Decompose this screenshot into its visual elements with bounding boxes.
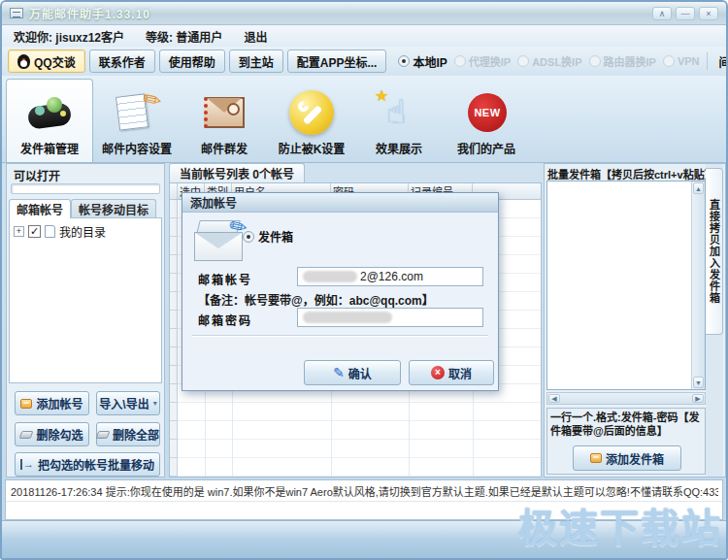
- horizontal-scrollbar[interactable]: ◀ ▶: [546, 392, 706, 405]
- delete-checked-button[interactable]: 删除勾选: [15, 422, 89, 446]
- tab-move-target[interactable]: 帐号移动目标: [71, 199, 156, 218]
- pen-icon: ✎: [333, 365, 345, 380]
- account-note: 【备注：帐号要带@，例如：abc@qq.com】: [198, 291, 434, 308]
- vertical-scrollbar[interactable]: ▲ ▼: [691, 181, 705, 389]
- eraser-icon: [96, 431, 111, 439]
- interval-label: 间隔次数: [719, 53, 728, 70]
- open-field[interactable]: [11, 183, 160, 194]
- left-tabs: 邮箱帐号 帐号移动目标: [9, 199, 162, 218]
- nav-tab-our-products[interactable]: NEW 我们的产品: [443, 79, 530, 162]
- nav-tab-outbox-manage[interactable]: 发件箱管理: [6, 79, 93, 162]
- nav-tab-effect-show[interactable]: ★ ☝ 效果展示: [355, 79, 443, 162]
- close-button[interactable]: ×: [699, 7, 718, 20]
- batch-move-button[interactable]: → 把勾选的帐号批量移动: [15, 452, 160, 477]
- minimize-button[interactable]: —: [676, 7, 695, 20]
- radio-dot: [517, 55, 529, 67]
- tree-checkbox[interactable]: ✓: [28, 225, 41, 238]
- right-panel: 批量发件箱【拷贝后按ctrl+v粘贴】 ▲ ▼ ◀ ▶ 一行一个.格式:发件箱-…: [544, 163, 726, 478]
- tree-item-label: 我的目录: [59, 223, 106, 240]
- add-account-button[interactable]: 添加帐号: [15, 391, 89, 415]
- nav-label: 我们的产品: [457, 140, 515, 156]
- add-icon: [590, 453, 602, 463]
- add-icon: [20, 399, 32, 409]
- action-bar: QQ交谈 联系作者 使用帮助 到主站 配置APP坐标... 本地IP 代理换IP…: [2, 47, 726, 76]
- row-header-col: [170, 183, 178, 199]
- nav-tab-anti-block[interactable]: 防止被K设置: [268, 79, 355, 162]
- radio-adsl-ip: ADSL换IP: [517, 53, 581, 69]
- new-badge-icon: NEW: [460, 90, 513, 135]
- scroll-down-icon[interactable]: ▼: [693, 377, 704, 388]
- radio-dot: [398, 55, 410, 67]
- main-site-button[interactable]: 到主站: [229, 49, 283, 73]
- radio-dot: [454, 55, 466, 67]
- radio-local-ip[interactable]: 本地IP: [398, 53, 447, 70]
- redacted-text: [303, 312, 392, 323]
- help-button[interactable]: 使用帮助: [159, 49, 225, 73]
- radio-dot: [589, 55, 601, 67]
- format-hint: 一行一个.格式:发件箱-密码【发件箱要带@后面的信息】: [550, 411, 703, 439]
- qq-penguin-icon: [17, 54, 30, 69]
- tab-mail-accounts[interactable]: 邮箱帐号: [9, 199, 71, 218]
- radio-dot: [663, 55, 675, 67]
- pointing-hand-icon: ☝: [386, 92, 407, 131]
- add-outbox-button[interactable]: 添加发件箱: [573, 445, 681, 471]
- mail-send-icon: [198, 90, 250, 135]
- scroll-right-icon[interactable]: ▶: [692, 394, 704, 403]
- radio-router-ip: 路由器换IP: [589, 53, 656, 69]
- main-nav: 发件箱管理 ✏ 邮件内容设置 邮件群发 防止被K设置 ★ ☝: [2, 76, 726, 163]
- dialog-divider: [192, 335, 488, 337]
- outbox-radio[interactable]: 发件箱: [243, 228, 293, 245]
- radio-proxy-ip: 代理换IP: [454, 53, 511, 69]
- account-label: 邮箱帐号: [198, 271, 252, 287]
- ip-mode-group: 本地IP 代理换IP ADSL换IP 路由器换IP VPN: [398, 53, 699, 70]
- nav-label: 防止被K设置: [279, 140, 346, 156]
- nav-label: 发件箱管理: [20, 140, 79, 156]
- mail-content-icon: ✏: [111, 90, 163, 135]
- window-title: 万能邮件助手1.33.10: [29, 5, 150, 21]
- tree-expander-icon[interactable]: +: [14, 226, 24, 237]
- row-header-strip: [170, 200, 178, 477]
- window-menu-icon[interactable]: [10, 8, 23, 18]
- interval-group: 间隔次数 5 ▲ ▼ 配置...: [700, 49, 728, 73]
- envelope-pencil-icon: ✏: [194, 220, 243, 261]
- titlebar: 万能邮件助手1.33.10 ∧ — ×: [2, 2, 726, 25]
- nav-tab-mail-content[interactable]: ✏ 邮件内容设置: [93, 79, 181, 162]
- dialog-title[interactable]: 添加帐号: [182, 193, 498, 213]
- nav-label: 邮件群发: [201, 140, 248, 156]
- rollup-button[interactable]: ∧: [652, 7, 672, 20]
- nav-tab-mail-send[interactable]: 邮件群发: [181, 79, 268, 162]
- watermark: 极速下载站: [518, 497, 722, 553]
- app-coord-button[interactable]: 配置APP坐标...: [287, 49, 387, 73]
- qq-chat-label: QQ交谈: [34, 53, 76, 70]
- wrench-icon: [285, 90, 338, 135]
- logout-link[interactable]: 退出: [244, 28, 267, 45]
- welcome-text: 欢迎你: jisuxz12客户: [14, 28, 124, 45]
- direct-copy-tab[interactable]: 直接拷贝加入发件箱: [706, 168, 723, 335]
- tree-item-my-directory[interactable]: + ✓ 我的目录: [14, 223, 157, 240]
- delete-all-button[interactable]: 删除全部: [96, 422, 160, 446]
- password-input[interactable]: [297, 308, 483, 327]
- qq-chat-button[interactable]: QQ交谈: [8, 49, 85, 73]
- contact-author-button[interactable]: 联系作者: [89, 49, 155, 73]
- account-input[interactable]: 2@126.com: [297, 267, 483, 286]
- app-window: 万能邮件助手1.33.10 ∧ — × 欢迎你: jisuxz12客户 等级: …: [0, 0, 728, 560]
- batch-outbox-textarea[interactable]: ▲ ▼: [546, 181, 706, 390]
- account-list-tab[interactable]: 当前帐号列表 0个帐号: [169, 163, 305, 182]
- nav-label: 效果展示: [376, 140, 422, 156]
- outbox-manage-icon: [23, 90, 76, 135]
- scroll-left-icon[interactable]: ◀: [548, 394, 560, 403]
- radio-dot: [243, 231, 254, 243]
- redacted-text: [303, 271, 357, 282]
- cancel-button[interactable]: × 取消: [409, 360, 494, 385]
- status-text: 20181126-17:26:34 提示:你现在使用的是 win7.如果你不是w…: [11, 483, 718, 498]
- welcome-bar: 欢迎你: jisuxz12客户 等级: 普通用户 退出: [2, 25, 726, 47]
- cancel-x-icon: ×: [431, 366, 445, 379]
- eraser-icon: [19, 431, 34, 439]
- move-arrow-icon: →: [20, 459, 34, 470]
- nav-label: 邮件内容设置: [102, 140, 172, 156]
- radio-vpn: VPN: [663, 55, 700, 67]
- hand-click-icon: ★ ☝: [373, 90, 425, 135]
- import-export-button[interactable]: 导入\导出 ▾: [96, 391, 160, 415]
- scroll-up-icon[interactable]: ▲: [693, 182, 704, 194]
- confirm-button[interactable]: ✎ 确认: [304, 360, 401, 385]
